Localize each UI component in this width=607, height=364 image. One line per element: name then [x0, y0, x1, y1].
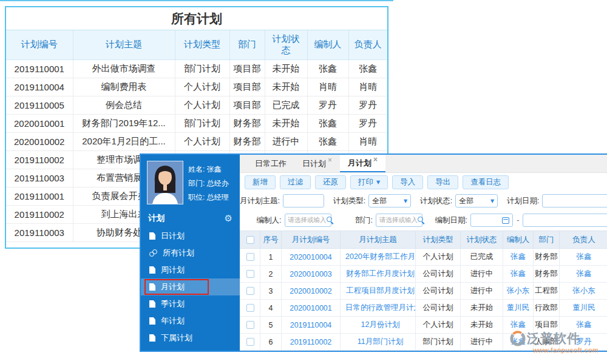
- creator-cell: 董川民: [503, 300, 534, 317]
- row-select-cell: [240, 317, 260, 334]
- sidebar-item-week-plan[interactable]: 周计划: [141, 261, 240, 278]
- import-button[interactable]: 导入: [392, 175, 423, 189]
- select-all-checkbox[interactable]: [246, 236, 254, 244]
- tab-month-plan[interactable]: 月计划 ×: [340, 155, 385, 172]
- plan-code-link[interactable]: 2020010001: [290, 304, 332, 312]
- table-cell: 2019110002: [6, 150, 73, 169]
- plan-code-link[interactable]: 2020010004: [290, 253, 332, 261]
- plan-code-link[interactable]: 2019110004: [290, 321, 332, 329]
- seq-cell: 3: [260, 283, 282, 300]
- owner-link[interactable]: 张鑫: [577, 320, 592, 329]
- table-cell: 个人计划: [175, 96, 229, 114]
- table-cell: 张鑫: [348, 59, 387, 78]
- table-cell: 编制费用表: [73, 78, 175, 96]
- file-icon: [149, 283, 155, 291]
- owner-link[interactable]: 张鑫: [577, 252, 592, 261]
- plan-status-cell: 已完成: [461, 249, 503, 266]
- export-button[interactable]: 导出: [427, 175, 458, 189]
- plan-code-cell: 2019110002: [282, 334, 341, 351]
- table-row: 2019110001外出做市场调查部门计划项目部未开始张鑫张鑫: [6, 59, 387, 78]
- file-icon: [149, 317, 155, 325]
- dept-cell: 工程部: [534, 283, 560, 300]
- watermark: 泛普软件 www.fanpusoft.com: [509, 329, 607, 354]
- close-icon[interactable]: ×: [328, 156, 332, 164]
- plan-type-select[interactable]: 全部 ▼: [368, 194, 411, 207]
- creator-search-input[interactable]: 请选择或输入: [285, 214, 331, 227]
- watermark-logo-icon: [509, 329, 527, 348]
- sidebar-item-quarter-plan[interactable]: 季计划: [141, 295, 240, 312]
- row-checkbox[interactable]: [246, 338, 254, 346]
- plan-code-link[interactable]: 2019110002: [290, 338, 332, 346]
- screen: { "bg_table": { "title": "所有计划", "column…: [0, 0, 607, 364]
- restore-button[interactable]: 还原: [315, 175, 346, 189]
- plan-status-cell: 未开始: [461, 300, 503, 317]
- table-cell: 2019110005: [6, 96, 73, 114]
- dept-filter-label: 部门:: [340, 215, 373, 226]
- profile-name: 姓名: 张鑫: [188, 163, 229, 177]
- table-row: 2019110004编制费用表个人计划项目部未开始肖晴肖晴: [6, 78, 387, 96]
- add-button[interactable]: 新增: [245, 175, 276, 189]
- plan-status-label: 计划状态:: [419, 196, 452, 206]
- plan-subject-cell: 日常的行政管理月计划: [341, 300, 416, 317]
- close-icon[interactable]: ×: [373, 155, 378, 164]
- plan-subject-link[interactable]: 工程项目部月度计划: [346, 286, 415, 295]
- tab-day-plan[interactable]: 日计划 ×: [294, 155, 340, 172]
- plan-subject-link[interactable]: 2020年财务部工作月...: [345, 252, 416, 261]
- dept-cell: 财务部: [534, 266, 560, 283]
- subject-filter-input[interactable]: [283, 194, 324, 207]
- toolbar: 新增 过滤 还原 打印 ▼ 导入 导出 查看日志: [240, 173, 607, 192]
- creator-link[interactable]: 张鑫: [510, 320, 526, 329]
- creator-link[interactable]: 张鑫: [510, 252, 526, 261]
- owner-link[interactable]: 张小东: [572, 286, 595, 295]
- sidebar-item-subordinate-plan[interactable]: 下属计划: [141, 329, 240, 346]
- created-date-start-input[interactable]: [470, 214, 513, 227]
- plan-type-cell: 个人计划: [416, 317, 461, 334]
- col-owner: 负责人: [560, 231, 607, 249]
- plan-code-link[interactable]: 2020010003: [290, 270, 332, 278]
- col-dept: 部门: [229, 30, 265, 59]
- sidebar-item-month-plan[interactable]: 月计划: [141, 278, 240, 295]
- dept-search-input[interactable]: 请选择或输入: [376, 214, 422, 227]
- creator-link[interactable]: 张小东: [507, 286, 530, 295]
- dept-cell: 行政部: [534, 300, 560, 317]
- watermark-brand: 泛普软件: [527, 330, 580, 347]
- plan-date-input[interactable]: [542, 194, 607, 207]
- table-row: 20200100022020年1月2日的工...个人计划财务部进行中张鑫肖晴: [6, 132, 387, 150]
- plan-subject-link[interactable]: 财务部工作月度计划: [346, 269, 415, 278]
- creator-link[interactable]: 董川民: [507, 303, 530, 312]
- table-cell: 财务部: [229, 114, 265, 132]
- avatar-photo: [148, 161, 183, 204]
- gear-icon[interactable]: ⚙: [225, 213, 232, 224]
- table-cell: 2020010002: [6, 132, 73, 150]
- seq-cell: 6: [260, 334, 282, 351]
- chevron-down-icon: ▼: [490, 198, 494, 204]
- row-checkbox[interactable]: [246, 287, 254, 295]
- dept-cell: 财务部: [534, 249, 560, 266]
- plan-subject-link[interactable]: 12月份计划: [361, 320, 400, 329]
- plan-type-cell: 个人计划: [416, 249, 461, 266]
- plan-subject-link[interactable]: 11月部门计划: [358, 337, 403, 346]
- sidebar-item-day-plan[interactable]: 日计划: [141, 228, 240, 244]
- row-checkbox[interactable]: [246, 304, 254, 312]
- created-date-end-input[interactable]: [523, 214, 607, 227]
- view-log-button[interactable]: 查看日志: [463, 175, 509, 189]
- table-cell: 未开始: [265, 59, 307, 78]
- owner-link[interactable]: 董川民: [572, 303, 595, 312]
- print-button[interactable]: 打印 ▼: [350, 175, 388, 189]
- tab-daily-work[interactable]: 日常工作: [247, 155, 294, 172]
- filter-button[interactable]: 过滤: [280, 175, 311, 189]
- sidebar-item-all-plans[interactable]: 所有计划: [141, 244, 240, 261]
- file-icon: [149, 334, 155, 342]
- report-title: 所有计划: [6, 7, 387, 30]
- row-checkbox[interactable]: [246, 253, 254, 261]
- row-checkbox[interactable]: [246, 321, 254, 329]
- creator-link[interactable]: 张鑫: [510, 269, 526, 278]
- plan-status-select[interactable]: 全部 ▼: [455, 194, 498, 207]
- table-row: 2019110005例会总结个人计划项目部已完成罗丹罗丹: [6, 96, 387, 114]
- owner-link[interactable]: 张鑫: [577, 269, 592, 278]
- table-cell: 外出做市场调查: [73, 59, 175, 78]
- sidebar-item-year-plan[interactable]: 年计划: [141, 312, 240, 329]
- row-checkbox[interactable]: [246, 270, 254, 278]
- plan-code-link[interactable]: 2020010002: [290, 287, 332, 295]
- plan-subject-link[interactable]: 日常的行政管理月计划: [345, 303, 416, 312]
